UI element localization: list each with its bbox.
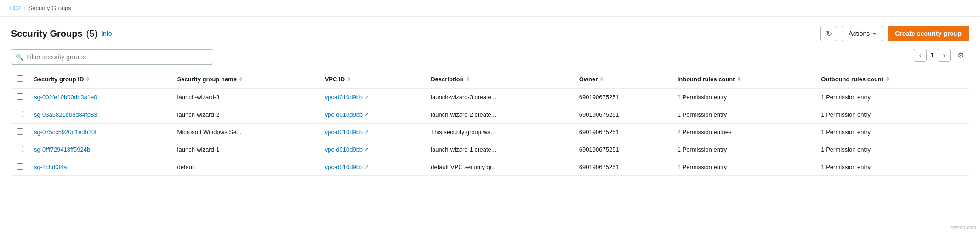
actions-label: Actions — [849, 30, 870, 37]
page-count: (5) — [86, 28, 97, 39]
external-link-icon-2: ↗ — [365, 129, 369, 135]
table-settings-button[interactable]: ⚙ — [954, 49, 967, 62]
row-checkbox-2[interactable] — [17, 128, 23, 135]
vpc-id-link-1[interactable]: vpc-d010d9bb ↗ — [325, 111, 420, 118]
table-row: sg-002fe10b00db3a1e0 launch-wizard-3 vpc… — [11, 88, 969, 106]
chevron-down-icon — [872, 33, 876, 35]
col-label-outbound: Outbound rules count — [821, 76, 883, 83]
breadcrumb-current: Security Groups — [28, 5, 71, 11]
col-header-outbound[interactable]: Outbound rules count ⇕ — [815, 71, 969, 88]
col-label-vpc-id: VPC ID — [325, 76, 345, 83]
col-label-inbound: Inbound rules count — [678, 76, 735, 83]
search-icon: 🔍 — [16, 53, 23, 61]
row-description-4: default VPC security gr... — [425, 158, 574, 176]
row-outbound-1: 1 Permission entry — [815, 106, 969, 124]
sort-icon-outbound: ⇕ — [885, 76, 889, 82]
external-link-icon-1: ↗ — [365, 112, 369, 118]
row-outbound-4: 1 Permission entry — [815, 158, 969, 176]
row-sg-id-0: sg-002fe10b00db3a1e0 — [28, 88, 172, 106]
sg-id-link-0[interactable]: sg-002fe10b00db3a1e0 — [34, 94, 97, 101]
row-sg-id-4: sg-2c8d0f4a — [28, 158, 172, 176]
sort-icon-owner: ⇕ — [599, 76, 604, 82]
row-checkbox-4[interactable] — [17, 163, 23, 170]
row-sg-name-0: launch-wizard-3 — [172, 88, 319, 106]
sort-icon-description: ⇕ — [466, 76, 470, 82]
header-actions: ↻ Actions Create security group — [820, 26, 969, 41]
prev-page-button[interactable]: ‹ — [914, 49, 927, 62]
breadcrumb: EC2 › Security Groups — [0, 0, 980, 17]
sort-icon-sg-name: ⇕ — [239, 76, 243, 82]
sg-id-link-4[interactable]: sg-2c8d0f4a — [34, 164, 67, 170]
create-security-group-button[interactable]: Create security group — [888, 26, 969, 41]
col-label-sg-id: Security group ID — [34, 76, 84, 83]
row-description-1: launch-wizard-2 create... — [425, 106, 574, 124]
row-outbound-2: 1 Permission entry — [815, 124, 969, 141]
breadcrumb-separator: › — [23, 5, 25, 11]
row-vpc-id-4: vpc-d010d9bb ↗ — [319, 158, 426, 176]
col-header-description[interactable]: Description ⇕ — [425, 71, 574, 88]
page-container: Security Groups (5) Info ↻ Actions Creat… — [0, 17, 980, 232]
row-sg-id-3: sg-0fff729418ff5924b — [28, 141, 172, 158]
sg-id-link-3[interactable]: sg-0fff729418ff5924b — [34, 146, 90, 153]
row-sg-id-1: sg-03a5821d08d84fb83 — [28, 106, 172, 124]
row-checkbox-1[interactable] — [17, 111, 23, 117]
sg-id-link-1[interactable]: sg-03a5821d08d84fb83 — [34, 111, 97, 118]
row-inbound-2: 2 Permission entries — [672, 124, 816, 141]
row-checkbox-0[interactable] — [17, 93, 23, 100]
col-header-vpc-id[interactable]: VPC ID ⇕ — [319, 71, 426, 88]
row-owner-2: 690190675251 — [574, 124, 672, 141]
row-outbound-0: 1 Permission entry — [815, 88, 969, 106]
refresh-icon: ↻ — [826, 29, 832, 38]
row-vpc-id-2: vpc-d010d9bb ↗ — [319, 124, 426, 141]
pagination-row: ‹ 1 › ⚙ — [914, 49, 969, 62]
row-sg-id-2: sg-075cc5920d1edb20f — [28, 124, 172, 141]
vpc-id-link-0[interactable]: vpc-d010d9bb ↗ — [325, 94, 420, 101]
sort-icon-sg-id: ⇕ — [85, 76, 90, 82]
col-header-sg-id[interactable]: Security group ID ⇕ — [28, 71, 172, 88]
next-page-button[interactable]: › — [938, 49, 951, 62]
col-label-description: Description — [431, 76, 464, 83]
select-all-cell[interactable] — [11, 71, 28, 88]
table-row: sg-075cc5920d1edb20f Microsoft Windows S… — [11, 124, 969, 141]
security-groups-table: Security group ID ⇕ Security group name … — [11, 71, 969, 176]
table-row: sg-03a5821d08d84fb83 launch-wizard-2 vpc… — [11, 106, 969, 124]
col-header-owner[interactable]: Owner ⇕ — [574, 71, 672, 88]
row-sg-name-3: launch-wizard-1 — [172, 141, 319, 158]
vpc-id-link-4[interactable]: vpc-d010d9bb ↗ — [325, 164, 420, 170]
row-inbound-4: 1 Permission entry — [672, 158, 816, 176]
vpc-id-link-2[interactable]: vpc-d010d9bb ↗ — [325, 129, 420, 136]
row-outbound-3: 1 Permission entry — [815, 141, 969, 158]
row-checkbox-3[interactable] — [17, 146, 23, 152]
row-checkbox-cell-3[interactable] — [11, 141, 28, 158]
page-title: Security Groups — [11, 28, 83, 39]
row-sg-name-1: launch-wizard-2 — [172, 106, 319, 124]
search-container: 🔍 — [11, 49, 213, 65]
breadcrumb-ec2-link[interactable]: EC2 — [9, 5, 21, 11]
refresh-button[interactable]: ↻ — [820, 26, 837, 41]
col-header-inbound[interactable]: Inbound rules count ⇕ — [672, 71, 816, 88]
row-checkbox-cell-0[interactable] — [11, 88, 28, 106]
row-checkbox-cell-4[interactable] — [11, 158, 28, 176]
search-input[interactable] — [11, 49, 213, 65]
col-header-sg-name[interactable]: Security group name ⇕ — [172, 71, 319, 88]
table-row: sg-2c8d0f4a default vpc-d010d9bb ↗ defau… — [11, 158, 969, 176]
row-checkbox-cell-2[interactable] — [11, 124, 28, 141]
row-checkbox-cell-1[interactable] — [11, 106, 28, 124]
row-owner-4: 690190675251 — [574, 158, 672, 176]
actions-button[interactable]: Actions — [842, 26, 883, 41]
select-all-checkbox[interactable] — [17, 75, 23, 82]
table-row: sg-0fff729418ff5924b launch-wizard-1 vpc… — [11, 141, 969, 158]
sort-icon-inbound: ⇕ — [737, 76, 741, 82]
row-description-2: This security group wa... — [425, 124, 574, 141]
page-title-area: Security Groups (5) Info — [11, 28, 112, 39]
vpc-id-link-3[interactable]: vpc-d010d9bb ↗ — [325, 146, 420, 153]
external-link-icon-0: ↗ — [365, 94, 369, 100]
row-owner-0: 690190675251 — [574, 88, 672, 106]
row-sg-name-2: Microsoft Windows Se... — [172, 124, 319, 141]
sg-id-link-2[interactable]: sg-075cc5920d1edb20f — [34, 129, 97, 136]
row-inbound-1: 1 Permission entry — [672, 106, 816, 124]
row-sg-name-4: default — [172, 158, 319, 176]
row-vpc-id-3: vpc-d010d9bb ↗ — [319, 141, 426, 158]
row-inbound-3: 1 Permission entry — [672, 141, 816, 158]
info-link[interactable]: Info — [101, 30, 112, 37]
